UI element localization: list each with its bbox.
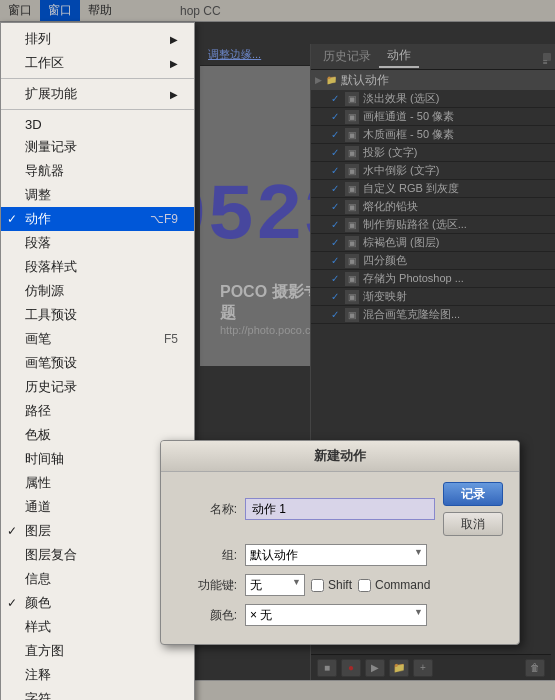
menu-history[interactable]: 历史记录 bbox=[1, 375, 194, 399]
menu-paragraph-style[interactable]: 段落样式 bbox=[1, 255, 194, 279]
arrow-icon: ▶ bbox=[170, 58, 178, 69]
shift-checkbox-label[interactable]: Shift bbox=[311, 578, 352, 592]
name-label: 名称: bbox=[177, 501, 237, 518]
command-checkbox[interactable] bbox=[358, 579, 371, 592]
menu-clone-source-label: 仿制源 bbox=[25, 282, 64, 300]
menu-character-label: 字符 bbox=[25, 690, 51, 700]
menu-workspace[interactable]: 工作区 ▶ bbox=[1, 51, 194, 75]
menu-info-label: 信息 bbox=[25, 570, 51, 588]
menu-clone-source[interactable]: 仿制源 bbox=[1, 279, 194, 303]
color-select[interactable]: × 无 bbox=[245, 604, 427, 626]
menu-layers-label: 图层 bbox=[25, 522, 51, 540]
group-row: 组: 默认动作 bbox=[177, 544, 427, 566]
color-row: 颜色: × 无 bbox=[177, 604, 427, 626]
menu-paragraph-label: 段落 bbox=[25, 234, 51, 252]
menu-3d-label: 3D bbox=[25, 117, 42, 132]
function-row: 功能键: 无 Shift Command bbox=[177, 574, 427, 596]
menu-histogram-label: 直方图 bbox=[25, 642, 64, 660]
menu-character[interactable]: 字符 bbox=[1, 687, 194, 700]
color-label: 颜色: bbox=[177, 607, 237, 624]
function-label: 功能键: bbox=[177, 577, 237, 594]
button-col: 记录 取消 bbox=[443, 482, 503, 536]
command-label: Command bbox=[375, 578, 430, 592]
menu-extensions[interactable]: 扩展功能 ▶ bbox=[1, 82, 194, 106]
menu-notes[interactable]: 注释 bbox=[1, 663, 194, 687]
menu-navigator-label: 导航器 bbox=[25, 162, 64, 180]
check-icon: ✓ bbox=[7, 212, 17, 226]
menu-styles-label: 样式 bbox=[25, 618, 51, 636]
check-icon: ✓ bbox=[7, 524, 17, 538]
menu-path[interactable]: 路径 bbox=[1, 399, 194, 423]
menu-swatches-label: 色板 bbox=[25, 426, 51, 444]
function-select-wrapper: 无 bbox=[245, 574, 305, 596]
menu-arrange[interactable]: 排列 ▶ bbox=[1, 27, 194, 51]
menu-measure[interactable]: 测量记录 bbox=[1, 135, 194, 159]
menu-properties-label: 属性 bbox=[25, 474, 51, 492]
menu-path-label: 路径 bbox=[25, 402, 51, 420]
menu-actions[interactable]: ✓ 动作 ⌥F9 bbox=[1, 207, 194, 231]
actions-shortcut: ⌥F9 bbox=[150, 212, 178, 226]
menu-timeline-label: 时间轴 bbox=[25, 450, 64, 468]
shift-label: Shift bbox=[328, 578, 352, 592]
group-label: 组: bbox=[177, 547, 237, 564]
menu-measure-label: 测量记录 bbox=[25, 138, 77, 156]
menu-extensions-label: 扩展功能 bbox=[25, 85, 77, 103]
menu-tool-preset-label: 工具预设 bbox=[25, 306, 77, 324]
separator bbox=[1, 78, 194, 79]
name-input[interactable] bbox=[245, 498, 435, 520]
function-key-select[interactable]: 无 bbox=[245, 574, 305, 596]
arrow-icon: ▶ bbox=[170, 34, 178, 45]
menu-color-label: 颜色 bbox=[25, 594, 51, 612]
menu-brush[interactable]: 画笔 F5 bbox=[1, 327, 194, 351]
menu-brush-preset[interactable]: 画笔预设 bbox=[1, 351, 194, 375]
check-icon: ✓ bbox=[7, 596, 17, 610]
color-select-wrapper: × 无 bbox=[245, 604, 427, 626]
menu-paragraph-style-label: 段落样式 bbox=[25, 258, 77, 276]
group-select[interactable]: 默认动作 bbox=[245, 544, 427, 566]
new-action-dialog: 新建动作 名称: 记录 取消 组: 默认动作 功能键: bbox=[160, 440, 520, 645]
separator bbox=[1, 109, 194, 110]
menu-workspace-label: 工作区 bbox=[25, 54, 64, 72]
menu-layer-comp-label: 图层复合 bbox=[25, 546, 77, 564]
shift-checkbox[interactable] bbox=[311, 579, 324, 592]
record-button[interactable]: 记录 bbox=[443, 482, 503, 506]
menu-adjust-label: 调整 bbox=[25, 186, 51, 204]
cancel-button[interactable]: 取消 bbox=[443, 512, 503, 536]
menu-history-label: 历史记录 bbox=[25, 378, 77, 396]
menu-paragraph[interactable]: 段落 bbox=[1, 231, 194, 255]
menu-notes-label: 注释 bbox=[25, 666, 51, 684]
name-row: 名称: 记录 取消 bbox=[177, 482, 503, 536]
command-checkbox-label[interactable]: Command bbox=[358, 578, 430, 592]
dialog-body: 名称: 记录 取消 组: 默认动作 功能键: 无 bbox=[161, 472, 519, 644]
menu-navigator[interactable]: 导航器 bbox=[1, 159, 194, 183]
menu-brush-preset-label: 画笔预设 bbox=[25, 354, 77, 372]
menu-actions-label: 动作 bbox=[25, 210, 51, 228]
brush-shortcut: F5 bbox=[164, 332, 178, 346]
menu-tool-preset[interactable]: 工具预设 bbox=[1, 303, 194, 327]
menu-channels-label: 通道 bbox=[25, 498, 51, 516]
menu-brush-label: 画笔 bbox=[25, 330, 51, 348]
arrow-icon: ▶ bbox=[170, 89, 178, 100]
menu-adjust[interactable]: 调整 bbox=[1, 183, 194, 207]
dialog-title: 新建动作 bbox=[161, 441, 519, 472]
menu-arrange-label: 排列 bbox=[25, 30, 51, 48]
group-select-wrapper: 默认动作 bbox=[245, 544, 427, 566]
menu-3d[interactable]: 3D bbox=[1, 113, 194, 135]
